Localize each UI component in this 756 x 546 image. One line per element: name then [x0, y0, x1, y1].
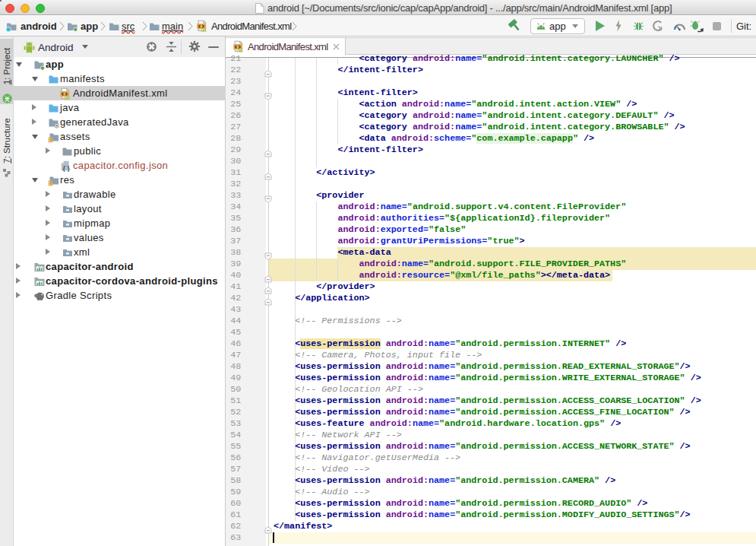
- svg-text:{ }: { }: [63, 163, 71, 172]
